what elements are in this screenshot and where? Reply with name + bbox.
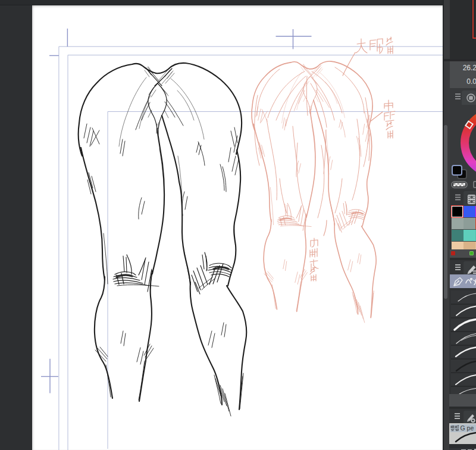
svg-text:G pe: G pe [461, 425, 474, 432]
